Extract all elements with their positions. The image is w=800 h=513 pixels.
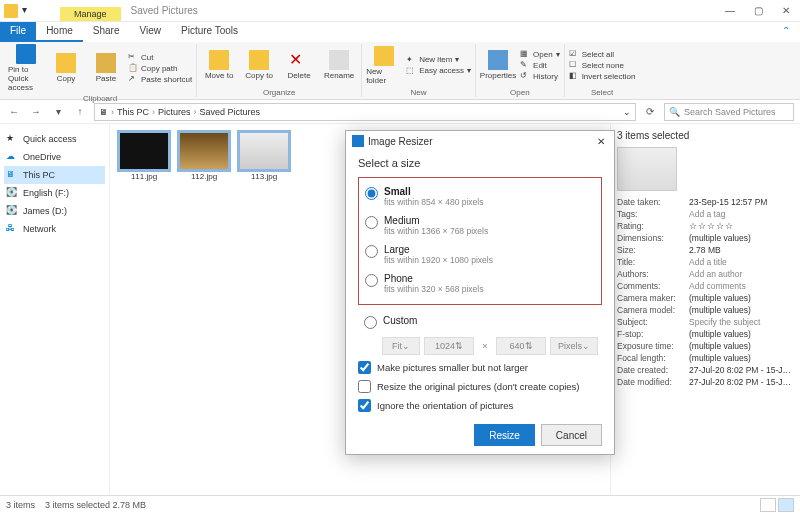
nav-this-pc[interactable]: 🖥This PC <box>4 166 105 184</box>
easy-access-button[interactable]: ⬚Easy access ▾ <box>406 66 471 76</box>
unit-select[interactable]: Pixels ⌄ <box>550 337 598 355</box>
minimize-button[interactable]: — <box>716 0 744 22</box>
details-row: Exposure time:(multiple values) <box>617 341 794 351</box>
ribbon-collapse-icon[interactable]: ⌃ <box>772 22 800 42</box>
nav-drive-f[interactable]: 💽English (F:) <box>4 184 105 202</box>
tab-home[interactable]: Home <box>36 22 83 42</box>
window-title: Saved Pictures <box>131 5 198 16</box>
up-button[interactable]: ↑ <box>72 104 88 120</box>
resize-button[interactable]: Resize <box>474 424 535 446</box>
copy-button[interactable]: Copy <box>48 53 84 83</box>
contextual-tab-manage[interactable]: Manage <box>60 7 121 21</box>
details-key: Camera model: <box>617 305 689 315</box>
breadcrumb[interactable]: 🖥 › This PC › Pictures › Saved Pictures … <box>94 103 636 121</box>
select-none-button[interactable]: ☐Select none <box>569 60 636 70</box>
option-large[interactable]: Largefits within 1920 × 1080 pixels <box>365 240 595 269</box>
edit-button[interactable]: ✎Edit <box>520 60 560 70</box>
tab-share[interactable]: Share <box>83 22 130 42</box>
view-details-button[interactable] <box>760 498 776 512</box>
details-key: Size: <box>617 245 689 255</box>
tab-file[interactable]: File <box>0 22 36 42</box>
dialog-close-button[interactable]: ✕ <box>594 136 608 147</box>
history-button[interactable]: ↺History <box>520 71 560 81</box>
properties-button[interactable]: Properties <box>480 50 516 80</box>
copy-path-button[interactable]: 📋Copy path <box>128 63 192 73</box>
status-bar: 3 items 3 items selected 2.78 MB <box>0 495 800 513</box>
delete-button[interactable]: ✕Delete <box>281 50 317 80</box>
check-smaller-only[interactable]: Make pictures smaller but not larger <box>358 361 602 374</box>
fit-mode-select[interactable]: Fit ⌄ <box>382 337 420 355</box>
details-key: Comments: <box>617 281 689 291</box>
radio-small[interactable] <box>365 187 378 200</box>
refresh-button[interactable]: ⟳ <box>642 104 658 120</box>
details-value[interactable]: Specify the subject <box>689 317 794 327</box>
details-key: Date created: <box>617 365 689 375</box>
copy-label: Copy <box>57 74 76 83</box>
option-small[interactable]: Smallfits within 854 × 480 pixels <box>365 182 595 211</box>
option-medium[interactable]: Mediumfits within 1366 × 768 pixels <box>365 211 595 240</box>
search-box[interactable]: 🔍 Search Saved Pictures <box>664 103 794 121</box>
breadcrumb-item[interactable]: This PC <box>117 107 149 117</box>
rename-button[interactable]: Rename <box>321 50 357 80</box>
cut-button[interactable]: ✂Cut <box>128 52 192 62</box>
breadcrumb-item[interactable]: Saved Pictures <box>200 107 261 117</box>
details-value[interactable]: Add an author <box>689 269 794 279</box>
option-phone[interactable]: Phonefits within 320 × 568 pixels <box>365 269 595 298</box>
ribbon-group-new: New folder ✦New item ▾ ⬚Easy access ▾ Ne… <box>362 44 476 97</box>
move-to-button[interactable]: Move to <box>201 50 237 80</box>
height-input[interactable]: 640 ⇅ <box>496 337 546 355</box>
thumb-label: 113.jpg <box>251 172 277 181</box>
option-custom[interactable]: Custom <box>358 311 602 333</box>
tab-view[interactable]: View <box>130 22 172 42</box>
radio-large[interactable] <box>365 245 378 258</box>
forward-button[interactable]: → <box>28 104 44 120</box>
file-thumb[interactable]: 112.jpg <box>178 132 230 181</box>
ribbon: Pin to Quick access Copy Paste ✂Cut 📋Cop… <box>0 42 800 100</box>
view-thumbnails-button[interactable] <box>778 498 794 512</box>
paste-button[interactable]: Paste <box>88 53 124 83</box>
radio-phone[interactable] <box>365 274 378 287</box>
pin-quick-access-button[interactable]: Pin to Quick access <box>8 44 44 92</box>
details-value[interactable]: Add a tag <box>689 209 794 219</box>
check-ignore-orientation[interactable]: Ignore the orientation of pictures <box>358 399 602 412</box>
nav-drive-d[interactable]: 💽James (D:) <box>4 202 105 220</box>
new-folder-button[interactable]: New folder <box>366 46 402 85</box>
details-row: Authors:Add an author <box>617 269 794 279</box>
details-value[interactable]: Add comments <box>689 281 794 291</box>
radio-medium[interactable] <box>365 216 378 229</box>
details-row: Rating:☆☆☆☆☆ <box>617 221 794 231</box>
details-key: Dimensions: <box>617 233 689 243</box>
open-button[interactable]: ▦Open ▾ <box>520 49 560 59</box>
times-label: × <box>478 337 492 355</box>
group-label-open: Open <box>480 86 560 97</box>
qat-dropdown-icon[interactable]: ▾ <box>22 4 36 18</box>
nav-onedrive[interactable]: ☁OneDrive <box>4 148 105 166</box>
cancel-button[interactable]: Cancel <box>541 424 602 446</box>
nav-quick-access[interactable]: ★Quick access <box>4 130 105 148</box>
details-value: (multiple values) <box>689 233 794 243</box>
details-pane: 3 items selected Date taken:23-Sep-15 12… <box>610 124 800 494</box>
close-button[interactable]: ✕ <box>772 0 800 22</box>
maximize-button[interactable]: ▢ <box>744 0 772 22</box>
details-value[interactable]: Add a title <box>689 257 794 267</box>
select-all-button[interactable]: ☑Select all <box>569 49 636 59</box>
invert-selection-button[interactable]: ◧Invert selection <box>569 71 636 81</box>
tab-picture-tools[interactable]: Picture Tools <box>171 22 248 42</box>
window-controls: — ▢ ✕ <box>716 0 800 22</box>
details-key: Focal length: <box>617 353 689 363</box>
check-resize-original[interactable]: Resize the original pictures (don't crea… <box>358 380 602 393</box>
new-item-button[interactable]: ✦New item ▾ <box>406 55 471 65</box>
ribbon-group-clipboard: Pin to Quick access Copy Paste ✂Cut 📋Cop… <box>4 44 197 97</box>
nav-network[interactable]: 🖧Network <box>4 220 105 238</box>
copy-to-button[interactable]: Copy to <box>241 50 277 80</box>
details-row: Title:Add a title <box>617 257 794 267</box>
width-input[interactable]: 1024 ⇅ <box>424 337 474 355</box>
back-button[interactable]: ← <box>6 104 22 120</box>
paste-shortcut-button[interactable]: ↗Paste shortcut <box>128 74 192 84</box>
file-thumb[interactable]: 111.jpg <box>118 132 170 181</box>
breadcrumb-item[interactable]: Pictures <box>158 107 191 117</box>
file-thumb[interactable]: 113.jpg <box>238 132 290 181</box>
details-key: Authors: <box>617 269 689 279</box>
recent-locations-button[interactable]: ▾ <box>50 104 66 120</box>
radio-custom[interactable] <box>364 316 377 329</box>
